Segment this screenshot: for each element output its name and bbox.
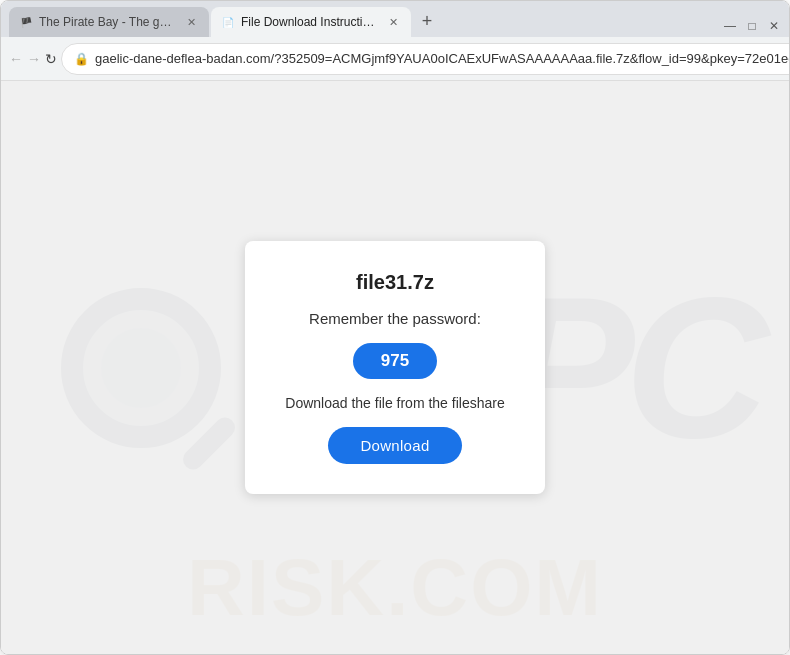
forward-button[interactable]: →	[27, 44, 41, 74]
lock-icon: 🔒	[74, 52, 89, 66]
risk-watermark-text: RISK.COM	[187, 542, 603, 634]
browser-window: 🏴 The Pirate Bay - The galaxy's m... ✕ 📄…	[0, 0, 790, 655]
back-button[interactable]: ←	[9, 44, 23, 74]
close-button[interactable]: ✕	[767, 19, 781, 33]
tab-label-piratebay: The Pirate Bay - The galaxy's m...	[39, 15, 177, 29]
refresh-button[interactable]: ↻	[45, 44, 57, 74]
title-bar: 🏴 The Pirate Bay - The galaxy's m... ✕ 📄…	[1, 1, 789, 37]
tab-close-piratebay[interactable]: ✕	[183, 14, 199, 30]
maximize-button[interactable]: □	[745, 19, 759, 33]
window-controls: — □ ✕	[723, 19, 781, 37]
tab-filedownload[interactable]: 📄 File Download Instructions for... ✕	[211, 7, 411, 37]
tab-close-filedownload[interactable]: ✕	[385, 14, 401, 30]
filename-label: file31.7z	[356, 271, 434, 294]
instruction-text: Download the file from the fileshare	[285, 395, 504, 411]
remember-password-label: Remember the password:	[309, 310, 481, 327]
nav-bar: ← → ↻ 🔒 gaelic-dane-deflea-badan.com/?35…	[1, 37, 789, 81]
magnifier-watermark	[61, 288, 221, 448]
minimize-button[interactable]: —	[723, 19, 737, 33]
page-content: PC RISK.COM file31.7z Remember the passw…	[1, 81, 789, 654]
magnifier-circle	[61, 288, 221, 448]
magnifier-inner	[101, 328, 181, 408]
address-bar[interactable]: 🔒 gaelic-dane-deflea-badan.com/?352509=A…	[61, 43, 790, 75]
download-button[interactable]: Download	[328, 427, 461, 464]
download-card: file31.7z Remember the password: 975 Dow…	[245, 241, 544, 494]
tab-label-filedownload: File Download Instructions for...	[241, 15, 379, 29]
magnifier-handle	[179, 413, 239, 473]
tab-piratebay[interactable]: 🏴 The Pirate Bay - The galaxy's m... ✕	[9, 7, 209, 37]
tab-bar: 🏴 The Pirate Bay - The galaxy's m... ✕ 📄…	[9, 7, 723, 37]
new-tab-button[interactable]: +	[413, 7, 441, 35]
address-text: gaelic-dane-deflea-badan.com/?352509=ACM…	[95, 51, 790, 66]
password-badge: 975	[353, 343, 437, 379]
tab-favicon-piratebay: 🏴	[19, 15, 33, 29]
tab-favicon-filedownload: 📄	[221, 15, 235, 29]
